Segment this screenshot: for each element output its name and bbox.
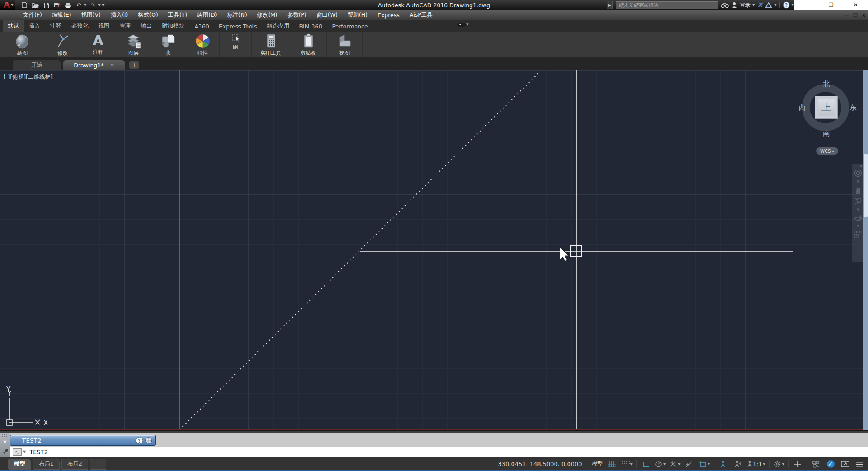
menu-item[interactable]: 格式(O) xyxy=(133,10,163,20)
command-palette-grip[interactable]: ✕ xyxy=(0,433,10,457)
a360-dropdown[interactable]: ▼ xyxy=(774,3,776,7)
file-tab-start[interactable]: 开始 xyxy=(13,60,61,70)
sign-in-button[interactable]: 登录 xyxy=(740,1,751,9)
ribbon-tab[interactable]: 管理 xyxy=(115,20,136,32)
orbit-dropdown-icon[interactable]: ▼ xyxy=(857,224,859,228)
snap-mode-toggle[interactable]: ▼ xyxy=(620,459,634,470)
command-input-text[interactable]: TEST2 xyxy=(29,448,48,456)
search-collapse-button[interactable]: ▶ xyxy=(607,1,613,9)
restore-button[interactable]: ❐ xyxy=(819,0,844,10)
search-binoculars-icon[interactable] xyxy=(721,2,729,8)
panel-modify[interactable]: 修改 xyxy=(45,32,80,57)
chevron-down-icon[interactable]: ▼ xyxy=(678,462,680,466)
drawing-canvas[interactable] xyxy=(0,70,868,430)
orbit-icon[interactable] xyxy=(854,214,862,221)
new-file-button[interactable] xyxy=(20,1,29,9)
menu-item[interactable]: 参数(P) xyxy=(282,10,311,20)
pan-hand-icon[interactable] xyxy=(854,186,862,194)
panel-draw[interactable]: 绘图 xyxy=(0,32,45,57)
chevron-down-icon[interactable]: ▼ xyxy=(763,462,765,466)
open-file-button[interactable] xyxy=(31,1,40,9)
undo-button[interactable]: ↶ xyxy=(74,1,83,9)
exchange-apps-icon[interactable]: X xyxy=(757,1,762,9)
connect-cloud-button[interactable]: ▼ xyxy=(457,22,468,27)
layout-tab[interactable]: 布局2 xyxy=(61,459,88,470)
doc-restore-button[interactable]: ❐ xyxy=(853,12,858,18)
layout-tab[interactable]: + xyxy=(90,459,106,470)
close-button[interactable]: ✕ xyxy=(843,0,868,10)
annotation-monitor-toggle[interactable] xyxy=(791,459,804,470)
redo-dropdown[interactable]: ▼ xyxy=(98,3,100,7)
workspace-switch-button[interactable]: ▼ xyxy=(772,459,786,470)
help-icon[interactable]: ? xyxy=(783,1,790,9)
command-autocomplete-tooltip[interactable]: TEST2 ? xyxy=(10,435,156,446)
ribbon-tab[interactable]: 默认 xyxy=(3,20,24,32)
clean-screen-button[interactable] xyxy=(838,459,852,470)
ribbon-tab[interactable]: 输出 xyxy=(136,20,157,32)
annotation-autoscale-toggle[interactable] xyxy=(731,459,744,470)
menu-item[interactable]: Express xyxy=(373,10,405,20)
qat-customize-button[interactable]: ▼̱ xyxy=(102,3,105,7)
minimize-button[interactable]: — xyxy=(794,0,819,10)
graphics-performance-toggle[interactable] xyxy=(824,459,837,470)
doc-close-button[interactable]: x xyxy=(862,12,865,18)
menu-item[interactable]: 窗口(W) xyxy=(312,10,343,20)
grid-display-toggle[interactable] xyxy=(606,459,619,470)
menu-item[interactable]: 插入(I) xyxy=(106,10,133,20)
ribbon-tab[interactable]: 附加模块 xyxy=(157,20,190,32)
viewport-controls-label[interactable]: [-][俯视][二维线框] xyxy=(4,73,53,81)
plot-button[interactable] xyxy=(63,1,72,9)
viewcube-north-label[interactable]: 北 xyxy=(823,80,830,89)
panel-groups[interactable]: 组 xyxy=(220,32,252,57)
layout-tab[interactable]: 模型 xyxy=(8,459,31,470)
menu-item[interactable]: 视图(V) xyxy=(76,10,106,20)
model-space-button[interactable]: 模型 xyxy=(591,459,605,470)
panel-utilities[interactable]: 实用工具 xyxy=(252,32,290,57)
recent-commands-dropdown[interactable]: ▼ xyxy=(23,450,26,454)
sign-in-dropdown[interactable]: ▼ xyxy=(752,3,755,7)
isometric-drafting-toggle[interactable]: ▼ xyxy=(668,459,681,470)
drag-handle-dots[interactable] xyxy=(2,434,8,437)
navigation-bar[interactable]: ✕ ▼ ▼ ▼ xyxy=(852,164,864,262)
panel-views[interactable]: 视图 xyxy=(327,32,363,57)
menu-item[interactable]: AisP工具 xyxy=(405,10,438,20)
navbar-close-icon[interactable]: ✕ xyxy=(859,164,863,168)
command-settings-wrench-icon[interactable] xyxy=(2,448,8,454)
navigation-wheel-icon[interactable] xyxy=(854,169,862,177)
command-close-icon[interactable]: ✕ xyxy=(3,439,7,445)
menu-item[interactable]: 绘图(D) xyxy=(192,10,222,20)
autocomplete-entry[interactable]: TEST2 xyxy=(22,437,42,444)
redo-button[interactable]: ↷ xyxy=(88,1,97,9)
osnap-toggle[interactable]: ▼ xyxy=(697,459,711,470)
viewcube-top-face[interactable]: 上 xyxy=(815,96,838,119)
annotation-scale-button[interactable]: 1:1 ▼ xyxy=(745,459,767,470)
ribbon-tab[interactable]: 视图 xyxy=(93,20,115,32)
menu-item[interactable]: 标注(N) xyxy=(222,10,252,20)
file-tab-drawing1[interactable]: Drawing1* × xyxy=(63,60,125,70)
osnap-tracking-toggle[interactable] xyxy=(683,459,696,470)
panel-clipboard[interactable]: 剪贴板 xyxy=(290,32,327,57)
help-search-input[interactable] xyxy=(616,1,718,9)
chevron-down-icon[interactable]: ▼ xyxy=(630,462,633,466)
wcs-dropdown-button[interactable]: WCS▼ xyxy=(816,147,838,155)
save-button[interactable] xyxy=(42,1,51,9)
polar-tracking-toggle[interactable]: ▼ xyxy=(653,459,667,470)
menu-item[interactable]: 工具(T) xyxy=(163,10,192,20)
ribbon-tab[interactable]: 注释 xyxy=(45,20,66,32)
user-icon[interactable] xyxy=(732,2,737,8)
wheel-dropdown-icon[interactable]: ▼ xyxy=(857,180,859,184)
menu-item[interactable]: 编辑(E) xyxy=(47,10,76,20)
scrollbar-thumb[interactable] xyxy=(864,154,868,217)
application-menu-button[interactable]: ▼ xyxy=(0,0,15,10)
panel-annotate[interactable]: A 注释 xyxy=(80,32,116,57)
panel-properties[interactable]: 特性 xyxy=(186,32,220,57)
menu-item[interactable]: 文件(F) xyxy=(18,10,47,20)
chevron-down-icon[interactable]: ▼ xyxy=(708,462,710,466)
layout-tab[interactable]: 布局1 xyxy=(33,459,60,470)
ribbon-tab[interactable]: 参数化 xyxy=(66,20,93,32)
command-input-row[interactable]: >_ ▼ TEST2 xyxy=(0,447,868,457)
viewcube-south-label[interactable]: 南 xyxy=(823,129,830,138)
new-drawing-tab-button[interactable]: + xyxy=(129,61,139,69)
zoom-dropdown-icon[interactable]: ▼ xyxy=(857,208,859,212)
customization-button[interactable] xyxy=(853,459,866,470)
